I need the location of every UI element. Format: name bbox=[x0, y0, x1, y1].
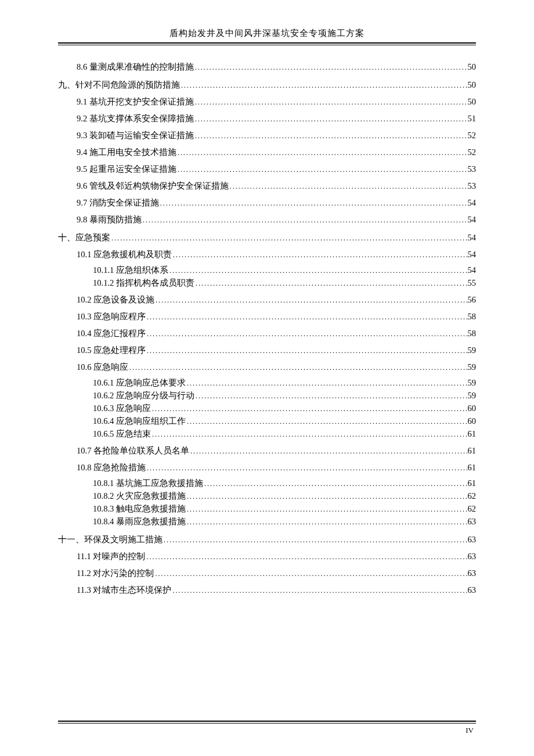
toc-label: 9.3 装卸碴与运输安全保证措施 bbox=[77, 130, 194, 141]
toc-leader-dots bbox=[171, 586, 467, 595]
toc-leader-dots bbox=[146, 330, 468, 339]
toc-page: 54 bbox=[468, 250, 477, 260]
toc-leader-dots bbox=[194, 132, 468, 141]
toc-entry[interactable]: 9.1 基坑开挖支护安全保证措施50 bbox=[77, 96, 476, 107]
toc-page: 59 bbox=[468, 362, 477, 372]
toc-page: 63 bbox=[468, 568, 477, 578]
toc-page: 53 bbox=[468, 164, 477, 174]
toc-leader-dots bbox=[189, 447, 468, 456]
toc-leader-dots bbox=[186, 492, 468, 501]
toc-page: 50 bbox=[468, 97, 477, 107]
toc-entry[interactable]: 10.8.2 火灾应急救援措施62 bbox=[93, 491, 476, 502]
toc-page: 61 bbox=[468, 429, 477, 439]
toc-leader-dots bbox=[145, 553, 467, 561]
toc-entry[interactable]: 10.5 应急处理程序59 bbox=[77, 345, 476, 356]
toc-entry[interactable]: 9.4 施工用电安全技术措施52 bbox=[77, 147, 476, 158]
toc-page: 54 bbox=[468, 215, 477, 225]
toc-page: 54 bbox=[468, 265, 477, 275]
toc-page: 63 bbox=[468, 517, 477, 527]
toc-entry[interactable]: 10.8 应急抢险措施61 bbox=[77, 462, 476, 473]
toc-entry[interactable]: 九、针对不同危险源的预防措施50 bbox=[58, 80, 476, 91]
toc-entry[interactable]: 10.1.2 指挥机构各成员职责55 bbox=[93, 278, 476, 289]
toc-leader-dots bbox=[194, 279, 468, 288]
toc-label: 10.8.1 基坑施工应急救援措施 bbox=[93, 478, 203, 489]
toc-page: 54 bbox=[468, 198, 477, 208]
toc-entry[interactable]: 10.6.1 应急响应总体要求59 bbox=[93, 377, 476, 388]
toc-page: 58 bbox=[468, 329, 477, 339]
toc-leader-dots bbox=[128, 363, 468, 372]
toc-page: 60 bbox=[468, 404, 477, 413]
toc-entry[interactable]: 十一、环保及文明施工措施63 bbox=[58, 534, 476, 545]
toc-label: 10.8.2 火灾应急救援措施 bbox=[93, 491, 186, 502]
toc-label: 10.8.4 暴雨应急救援措施 bbox=[93, 516, 186, 527]
toc-page: 59 bbox=[468, 391, 477, 401]
toc-label: 10.6.2 应急响应分级与行动 bbox=[93, 390, 194, 401]
toc-leader-dots bbox=[229, 182, 468, 191]
toc-entry[interactable]: 10.6.4 应急响应组织工作60 bbox=[93, 416, 476, 427]
toc-label: 9.2 基坑支撑体系安全保障措施 bbox=[77, 113, 194, 124]
toc-leader-dots bbox=[172, 251, 468, 260]
toc-leader-dots bbox=[194, 392, 468, 401]
toc-entry[interactable]: 10.6.2 应急响应分级与行动59 bbox=[93, 390, 476, 401]
toc-label: 10.4 应急汇报程序 bbox=[77, 328, 146, 339]
toc-label: 9.5 起重吊运安全保证措施 bbox=[77, 164, 176, 175]
footer-rule bbox=[58, 721, 476, 723]
toc-entry[interactable]: 11.3 对城市生态环境保护63 bbox=[77, 585, 476, 596]
toc-entry[interactable]: 9.8 暴雨预防措施54 bbox=[77, 214, 476, 225]
toc-label: 10.3 应急响应程序 bbox=[77, 311, 146, 322]
toc-leader-dots bbox=[176, 149, 468, 157]
toc-leader-dots bbox=[142, 216, 468, 225]
toc-leader-dots bbox=[186, 518, 468, 527]
toc-entry[interactable]: 11.1 对噪声的控制63 bbox=[77, 551, 476, 562]
table-of-contents: 8.6 量测成果准确性的控制措施50九、针对不同危险源的预防措施509.1 基坑… bbox=[58, 62, 476, 596]
toc-page: 52 bbox=[468, 147, 477, 157]
toc-label: 10.5 应急处理程序 bbox=[77, 345, 146, 356]
toc-page: 61 bbox=[468, 478, 477, 488]
toc-leader-dots bbox=[194, 98, 468, 107]
toc-entry[interactable]: 11.2 对水污染的控制63 bbox=[77, 568, 476, 579]
toc-label: 九、针对不同危险源的预防措施 bbox=[58, 80, 180, 91]
toc-leader-dots bbox=[151, 405, 468, 413]
toc-label: 9.1 基坑开挖支护安全保证措施 bbox=[77, 96, 194, 107]
toc-label: 10.1.2 指挥机构各成员职责 bbox=[93, 278, 194, 289]
toc-entry[interactable]: 9.3 装卸碴与运输安全保证措施52 bbox=[77, 130, 476, 141]
toc-entry[interactable]: 10.8.4 暴雨应急救援措施63 bbox=[93, 516, 476, 527]
toc-leader-dots bbox=[154, 570, 467, 578]
toc-entry[interactable]: 10.2 应急设备及设施56 bbox=[77, 294, 476, 305]
toc-entry[interactable]: 8.6 量测成果准确性的控制措施50 bbox=[77, 62, 476, 73]
toc-label: 10.6.3 应急响应 bbox=[93, 403, 151, 414]
toc-leader-dots bbox=[110, 234, 468, 243]
toc-entry[interactable]: 10.6.5 应急结束61 bbox=[93, 429, 476, 440]
toc-entry[interactable]: 10.7 各抢险单位联系人员名单61 bbox=[77, 445, 476, 456]
toc-entry[interactable]: 十、应急预案54 bbox=[58, 232, 476, 243]
toc-label: 9.7 消防安全保证措施 bbox=[77, 197, 159, 208]
toc-label: 8.6 量测成果准确性的控制措施 bbox=[77, 62, 194, 73]
toc-label: 11.3 对城市生态环境保护 bbox=[77, 585, 171, 596]
toc-page: 50 bbox=[468, 80, 477, 90]
toc-entry[interactable]: 9.5 起重吊运安全保证措施53 bbox=[77, 164, 476, 175]
toc-label: 十一、环保及文明施工措施 bbox=[58, 534, 163, 545]
toc-entry[interactable]: 9.6 管线及邻近构筑物保护安全保证措施53 bbox=[77, 181, 476, 192]
toc-page: 54 bbox=[468, 233, 477, 243]
toc-page: 63 bbox=[468, 552, 477, 561]
toc-entry[interactable]: 10.1.1 应急组织体系54 bbox=[93, 265, 476, 276]
toc-leader-dots bbox=[186, 417, 468, 426]
toc-entry[interactable]: 10.8.1 基坑施工应急救援措施61 bbox=[93, 478, 476, 489]
toc-entry[interactable]: 10.4 应急汇报程序58 bbox=[77, 328, 476, 339]
toc-entry[interactable]: 10.6 应急响应59 bbox=[77, 362, 476, 373]
toc-label: 10.7 各抢险单位联系人员名单 bbox=[77, 445, 189, 456]
toc-label: 10.6.5 应急结束 bbox=[93, 429, 151, 440]
toc-leader-dots bbox=[151, 430, 468, 439]
toc-entry[interactable]: 10.3 应急响应程序58 bbox=[77, 311, 476, 322]
toc-label: 10.8.3 触电应急救援措施 bbox=[93, 503, 186, 514]
toc-entry[interactable]: 10.1 应急救援机构及职责54 bbox=[77, 249, 476, 260]
toc-page: 63 bbox=[468, 535, 477, 545]
toc-entry[interactable]: 9.2 基坑支撑体系安全保障措施51 bbox=[77, 113, 476, 124]
toc-label: 9.8 暴雨预防措施 bbox=[77, 214, 142, 225]
toc-leader-dots bbox=[186, 505, 468, 514]
toc-leader-dots bbox=[176, 165, 468, 174]
toc-label: 10.8 应急抢险措施 bbox=[77, 462, 146, 473]
toc-entry[interactable]: 9.7 消防安全保证措施54 bbox=[77, 197, 476, 208]
toc-entry[interactable]: 10.6.3 应急响应60 bbox=[93, 403, 476, 414]
toc-entry[interactable]: 10.8.3 触电应急救援措施62 bbox=[93, 503, 476, 514]
